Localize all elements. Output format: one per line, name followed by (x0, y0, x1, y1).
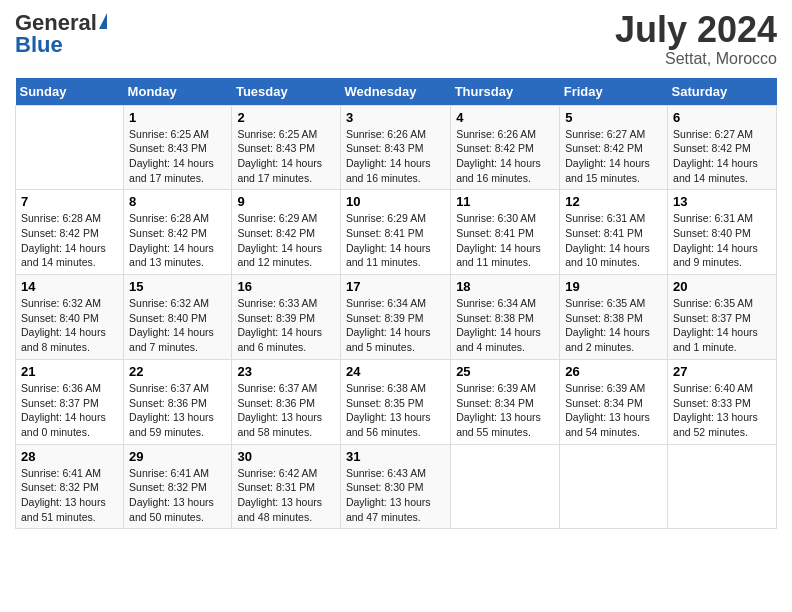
calendar-cell: 18Sunrise: 6:34 AM Sunset: 8:38 PM Dayli… (451, 275, 560, 360)
day-number: 12 (565, 194, 662, 209)
day-info: Sunrise: 6:35 AM Sunset: 8:37 PM Dayligh… (673, 296, 771, 355)
day-number: 16 (237, 279, 335, 294)
day-info: Sunrise: 6:28 AM Sunset: 8:42 PM Dayligh… (129, 211, 226, 270)
day-of-week-monday: Monday (124, 78, 232, 106)
day-of-week-tuesday: Tuesday (232, 78, 341, 106)
calendar-cell: 16Sunrise: 6:33 AM Sunset: 8:39 PM Dayli… (232, 275, 341, 360)
logo-triangle-icon (99, 13, 107, 29)
day-number: 6 (673, 110, 771, 125)
day-number: 11 (456, 194, 554, 209)
day-info: Sunrise: 6:32 AM Sunset: 8:40 PM Dayligh… (129, 296, 226, 355)
day-info: Sunrise: 6:31 AM Sunset: 8:40 PM Dayligh… (673, 211, 771, 270)
day-info: Sunrise: 6:39 AM Sunset: 8:34 PM Dayligh… (456, 381, 554, 440)
day-info: Sunrise: 6:26 AM Sunset: 8:43 PM Dayligh… (346, 127, 445, 186)
calendar-cell: 11Sunrise: 6:30 AM Sunset: 8:41 PM Dayli… (451, 190, 560, 275)
day-info: Sunrise: 6:34 AM Sunset: 8:38 PM Dayligh… (456, 296, 554, 355)
calendar-cell: 5Sunrise: 6:27 AM Sunset: 8:42 PM Daylig… (560, 105, 668, 190)
day-number: 20 (673, 279, 771, 294)
day-number: 18 (456, 279, 554, 294)
day-info: Sunrise: 6:30 AM Sunset: 8:41 PM Dayligh… (456, 211, 554, 270)
calendar-cell: 2Sunrise: 6:25 AM Sunset: 8:43 PM Daylig… (232, 105, 341, 190)
days-of-week-row: SundayMondayTuesdayWednesdayThursdayFrid… (16, 78, 777, 106)
day-number: 5 (565, 110, 662, 125)
day-info: Sunrise: 6:37 AM Sunset: 8:36 PM Dayligh… (129, 381, 226, 440)
calendar-cell: 8Sunrise: 6:28 AM Sunset: 8:42 PM Daylig… (124, 190, 232, 275)
day-info: Sunrise: 6:33 AM Sunset: 8:39 PM Dayligh… (237, 296, 335, 355)
day-info: Sunrise: 6:31 AM Sunset: 8:41 PM Dayligh… (565, 211, 662, 270)
calendar-week-5: 28Sunrise: 6:41 AM Sunset: 8:32 PM Dayli… (16, 444, 777, 529)
day-info: Sunrise: 6:39 AM Sunset: 8:34 PM Dayligh… (565, 381, 662, 440)
day-info: Sunrise: 6:37 AM Sunset: 8:36 PM Dayligh… (237, 381, 335, 440)
logo-blue-text: Blue (15, 32, 63, 58)
calendar-cell: 19Sunrise: 6:35 AM Sunset: 8:38 PM Dayli… (560, 275, 668, 360)
calendar-cell (668, 444, 777, 529)
calendar-cell: 17Sunrise: 6:34 AM Sunset: 8:39 PM Dayli… (340, 275, 450, 360)
day-number: 31 (346, 449, 445, 464)
day-number: 23 (237, 364, 335, 379)
day-number: 30 (237, 449, 335, 464)
day-number: 22 (129, 364, 226, 379)
calendar-header: SundayMondayTuesdayWednesdayThursdayFrid… (16, 78, 777, 106)
calendar-week-1: 1Sunrise: 6:25 AM Sunset: 8:43 PM Daylig… (16, 105, 777, 190)
day-number: 17 (346, 279, 445, 294)
day-info: Sunrise: 6:26 AM Sunset: 8:42 PM Dayligh… (456, 127, 554, 186)
day-number: 8 (129, 194, 226, 209)
day-number: 4 (456, 110, 554, 125)
day-number: 25 (456, 364, 554, 379)
day-number: 14 (21, 279, 118, 294)
location-subtitle: Settat, Morocco (615, 50, 777, 68)
calendar-cell (451, 444, 560, 529)
calendar-cell: 7Sunrise: 6:28 AM Sunset: 8:42 PM Daylig… (16, 190, 124, 275)
day-info: Sunrise: 6:41 AM Sunset: 8:32 PM Dayligh… (129, 466, 226, 525)
day-number: 13 (673, 194, 771, 209)
calendar-cell: 20Sunrise: 6:35 AM Sunset: 8:37 PM Dayli… (668, 275, 777, 360)
day-of-week-wednesday: Wednesday (340, 78, 450, 106)
calendar-cell: 14Sunrise: 6:32 AM Sunset: 8:40 PM Dayli… (16, 275, 124, 360)
month-year-title: July 2024 (615, 10, 777, 50)
calendar-week-3: 14Sunrise: 6:32 AM Sunset: 8:40 PM Dayli… (16, 275, 777, 360)
calendar-cell: 29Sunrise: 6:41 AM Sunset: 8:32 PM Dayli… (124, 444, 232, 529)
calendar-week-2: 7Sunrise: 6:28 AM Sunset: 8:42 PM Daylig… (16, 190, 777, 275)
day-info: Sunrise: 6:25 AM Sunset: 8:43 PM Dayligh… (237, 127, 335, 186)
day-of-week-friday: Friday (560, 78, 668, 106)
calendar-cell: 31Sunrise: 6:43 AM Sunset: 8:30 PM Dayli… (340, 444, 450, 529)
day-info: Sunrise: 6:35 AM Sunset: 8:38 PM Dayligh… (565, 296, 662, 355)
day-info: Sunrise: 6:36 AM Sunset: 8:37 PM Dayligh… (21, 381, 118, 440)
day-number: 15 (129, 279, 226, 294)
day-number: 29 (129, 449, 226, 464)
day-info: Sunrise: 6:27 AM Sunset: 8:42 PM Dayligh… (565, 127, 662, 186)
calendar-cell: 24Sunrise: 6:38 AM Sunset: 8:35 PM Dayli… (340, 359, 450, 444)
logo: General Blue (15, 10, 107, 58)
day-of-week-sunday: Sunday (16, 78, 124, 106)
calendar-week-4: 21Sunrise: 6:36 AM Sunset: 8:37 PM Dayli… (16, 359, 777, 444)
day-info: Sunrise: 6:27 AM Sunset: 8:42 PM Dayligh… (673, 127, 771, 186)
day-info: Sunrise: 6:25 AM Sunset: 8:43 PM Dayligh… (129, 127, 226, 186)
day-info: Sunrise: 6:29 AM Sunset: 8:41 PM Dayligh… (346, 211, 445, 270)
calendar-cell: 4Sunrise: 6:26 AM Sunset: 8:42 PM Daylig… (451, 105, 560, 190)
calendar-cell: 23Sunrise: 6:37 AM Sunset: 8:36 PM Dayli… (232, 359, 341, 444)
day-info: Sunrise: 6:38 AM Sunset: 8:35 PM Dayligh… (346, 381, 445, 440)
day-number: 3 (346, 110, 445, 125)
calendar-cell: 27Sunrise: 6:40 AM Sunset: 8:33 PM Dayli… (668, 359, 777, 444)
day-number: 26 (565, 364, 662, 379)
calendar-body: 1Sunrise: 6:25 AM Sunset: 8:43 PM Daylig… (16, 105, 777, 529)
calendar-cell: 12Sunrise: 6:31 AM Sunset: 8:41 PM Dayli… (560, 190, 668, 275)
calendar-cell: 30Sunrise: 6:42 AM Sunset: 8:31 PM Dayli… (232, 444, 341, 529)
day-number: 28 (21, 449, 118, 464)
calendar-cell: 3Sunrise: 6:26 AM Sunset: 8:43 PM Daylig… (340, 105, 450, 190)
day-number: 2 (237, 110, 335, 125)
calendar-cell: 6Sunrise: 6:27 AM Sunset: 8:42 PM Daylig… (668, 105, 777, 190)
calendar-cell: 22Sunrise: 6:37 AM Sunset: 8:36 PM Dayli… (124, 359, 232, 444)
day-info: Sunrise: 6:29 AM Sunset: 8:42 PM Dayligh… (237, 211, 335, 270)
day-number: 19 (565, 279, 662, 294)
header: General Blue July 2024 Settat, Morocco (15, 10, 777, 68)
day-number: 27 (673, 364, 771, 379)
day-of-week-thursday: Thursday (451, 78, 560, 106)
title-block: July 2024 Settat, Morocco (615, 10, 777, 68)
day-info: Sunrise: 6:41 AM Sunset: 8:32 PM Dayligh… (21, 466, 118, 525)
calendar-cell: 25Sunrise: 6:39 AM Sunset: 8:34 PM Dayli… (451, 359, 560, 444)
day-number: 10 (346, 194, 445, 209)
calendar-cell: 26Sunrise: 6:39 AM Sunset: 8:34 PM Dayli… (560, 359, 668, 444)
day-number: 24 (346, 364, 445, 379)
day-number: 21 (21, 364, 118, 379)
